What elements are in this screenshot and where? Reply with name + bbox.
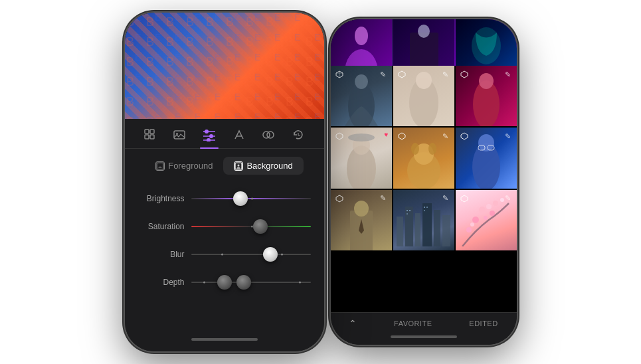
svg-point-66 [466, 227, 472, 232]
feature-cell-1 [331, 19, 392, 66]
blur-thumb[interactable] [263, 247, 278, 262]
svg-point-64 [472, 217, 479, 223]
bottom-bar-left [125, 333, 324, 351]
blend-icon[interactable] [259, 126, 278, 144]
grid-cell-6[interactable]: ✎ [456, 128, 517, 188]
svg-rect-6 [150, 135, 154, 139]
chevron-up-tab[interactable]: ⌃ [349, 318, 357, 329]
cell-2-edit-icon[interactable]: ✎ [440, 69, 451, 80]
grid-cell-4[interactable]: ♥ [331, 128, 392, 188]
right-phone: ✎ ✎ [331, 19, 517, 345]
background-tab[interactable]: Background [223, 157, 303, 175]
svg-rect-53 [422, 203, 432, 246]
image-icon[interactable] [170, 126, 189, 144]
cell-5-edit-icon[interactable]: ✎ [440, 131, 451, 141]
svg-point-29 [355, 74, 368, 89]
svg-rect-58 [407, 213, 408, 215]
svg-point-48 [354, 201, 369, 217]
svg-point-38 [348, 134, 375, 141]
svg-point-44 [478, 134, 494, 151]
brightness-thumb[interactable] [233, 191, 248, 206]
svg-point-14 [207, 138, 211, 141]
favorite-label: FAVORITE [394, 319, 432, 327]
svg-rect-56 [407, 210, 408, 211]
app-scene: B E [0, 0, 641, 364]
svg-rect-50 [397, 217, 403, 246]
feature-cell-2 [393, 19, 454, 66]
cell-1-edit-icon[interactable]: ✎ [378, 69, 389, 80]
cell-5-cube-icon [397, 131, 407, 141]
home-indicator-left [191, 338, 258, 341]
cell-4-heart-icon: ♥ [385, 131, 389, 138]
cell-9-cube-icon [459, 193, 470, 204]
svg-point-63 [486, 204, 492, 209]
depth-thumb-right[interactable] [236, 275, 251, 290]
saturation-slider-row: Saturation [138, 213, 311, 240]
saturation-label: Saturation [138, 222, 185, 231]
feature-cell-3 [456, 19, 517, 66]
svg-point-8 [176, 133, 178, 135]
bottom-indicator-right [331, 331, 517, 345]
svg-rect-20 [157, 163, 163, 169]
foreground-tab[interactable]: Foreground [145, 157, 223, 175]
depth-dot-right [299, 282, 301, 284]
brightness-track-wrap [191, 191, 311, 207]
brightness-slider-row: Brightness [138, 185, 311, 212]
grid-cell-3[interactable]: ✎ [456, 66, 517, 126]
grid-cell-8[interactable]: ✎ [393, 190, 454, 250]
history-icon[interactable] [289, 126, 308, 144]
background-tab-label: Background [246, 161, 292, 171]
grid-cell-7[interactable]: ✎ [331, 190, 392, 250]
cell-2-cube-icon [397, 69, 407, 80]
chevron-up-icon: ⌃ [349, 318, 357, 329]
blur-track [191, 254, 311, 255]
svg-point-42 [428, 143, 436, 155]
background-tab-icon [234, 161, 243, 171]
svg-point-70 [497, 207, 501, 211]
cell-6-edit-icon[interactable]: ✎ [503, 131, 513, 141]
foreground-tab-icon [155, 161, 165, 171]
sliders-icon[interactable] [200, 126, 219, 144]
cell-8-edit-icon[interactable]: ✎ [440, 193, 451, 204]
svg-rect-60 [426, 207, 428, 208]
svg-rect-5 [145, 135, 149, 139]
cell-9-edit-icon[interactable]: ✎ [503, 193, 513, 204]
svg-point-26 [418, 25, 430, 38]
cell-3-edit-icon[interactable]: ✎ [503, 69, 513, 80]
cell-7-edit-icon[interactable]: ✎ [378, 193, 389, 204]
photo-header: B E [125, 13, 324, 119]
tone-icon[interactable] [230, 126, 248, 144]
depth-thumb-left[interactable] [217, 275, 232, 290]
depth-label: Depth [138, 278, 185, 287]
grid-cell-9[interactable]: ✎ [456, 190, 517, 250]
depth-track-wrap [191, 274, 311, 290]
saturation-thumb[interactable] [253, 219, 268, 234]
blur-label: Blur [138, 250, 185, 259]
svg-point-71 [484, 216, 488, 220]
blur-slider-row: Blur [138, 241, 311, 268]
svg-rect-2 [125, 13, 324, 119]
svg-rect-57 [409, 210, 411, 211]
grid-cell-2[interactable]: ✎ [393, 66, 454, 126]
grid-cell-5[interactable]: ✎ [393, 128, 454, 188]
svg-point-24 [355, 27, 368, 45]
left-phone: B E [125, 13, 324, 351]
svg-point-62 [479, 207, 486, 213]
grid-icon[interactable] [141, 126, 159, 144]
brightness-midpoint [251, 198, 253, 200]
svg-rect-59 [424, 207, 425, 208]
saturation-midpoint [251, 226, 253, 228]
blur-dot1 [221, 254, 223, 256]
favorite-tab[interactable]: FAVORITE [394, 319, 432, 327]
brightness-label: Brightness [138, 194, 185, 203]
svg-point-22 [238, 164, 240, 166]
edited-tab[interactable]: EDITED [469, 319, 498, 327]
depth-slider-row: Depth [138, 269, 311, 296]
cell-1-cube-icon [334, 69, 345, 80]
svg-rect-51 [405, 207, 413, 246]
grid-cell-1[interactable]: ✎ [331, 66, 392, 126]
bottom-tabs: ⌃ FAVORITE EDITED [331, 312, 517, 331]
svg-rect-3 [145, 130, 149, 134]
sliders-area: Brightness Saturation [125, 180, 324, 333]
saturation-track-wrap [191, 219, 311, 234]
